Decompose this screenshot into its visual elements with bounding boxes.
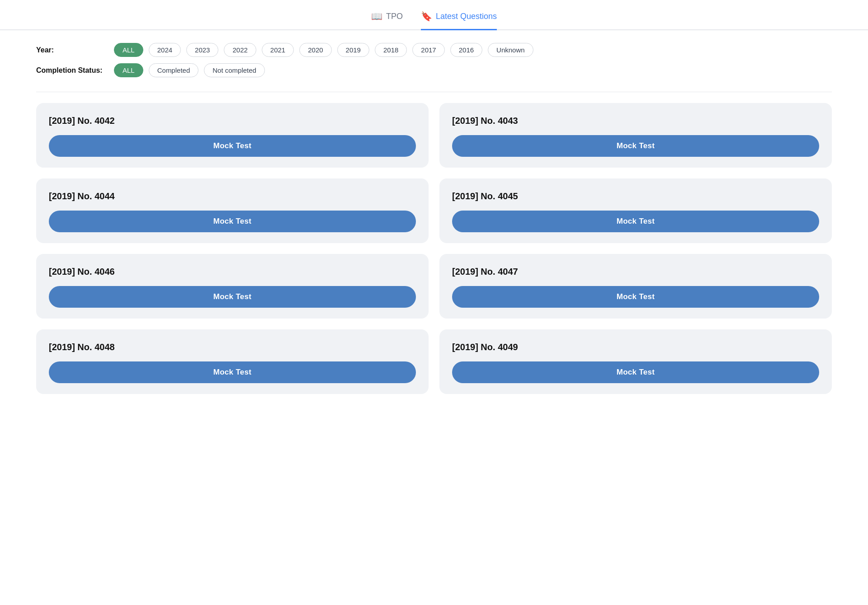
mock-test-button-4043[interactable]: Mock Test <box>452 135 819 157</box>
mock-test-button-4046[interactable]: Mock Test <box>49 286 416 308</box>
card-4044: [2019] No. 4044 Mock Test <box>36 178 429 243</box>
mock-test-button-4047[interactable]: Mock Test <box>452 286 819 308</box>
completion-pill-completed[interactable]: Completed <box>149 63 199 77</box>
card-4046-title: [2019] No. 4046 <box>49 267 416 277</box>
mock-test-button-4048[interactable]: Mock Test <box>49 361 416 383</box>
completion-pill-all[interactable]: ALL <box>114 63 143 77</box>
year-filter-row: Year: ALL 2024 2023 2022 2021 2020 2019 … <box>36 43 832 57</box>
year-pill-all[interactable]: ALL <box>114 43 143 57</box>
tab-tpo-label: TPO <box>386 12 403 21</box>
year-pill-2022[interactable]: 2022 <box>224 43 256 57</box>
completion-filter-row: Completion Status: ALL Completed Not com… <box>36 63 832 77</box>
card-4043: [2019] No. 4043 Mock Test <box>439 103 832 168</box>
card-4048-title: [2019] No. 4048 <box>49 342 416 352</box>
tab-latest-questions-label: Latest Questions <box>436 12 497 21</box>
card-4042: [2019] No. 4042 Mock Test <box>36 103 429 168</box>
year-pill-2017[interactable]: 2017 <box>412 43 444 57</box>
section-divider <box>36 92 832 92</box>
year-pill-2024[interactable]: 2024 <box>149 43 181 57</box>
card-4045: [2019] No. 4045 Mock Test <box>439 178 832 243</box>
book-icon: 📖 <box>371 11 382 22</box>
mock-test-button-4049[interactable]: Mock Test <box>452 361 819 383</box>
year-pill-2018[interactable]: 2018 <box>375 43 407 57</box>
year-filter-label: Year: <box>36 46 108 54</box>
card-4048: [2019] No. 4048 Mock Test <box>36 329 429 394</box>
mock-test-button-4042[interactable]: Mock Test <box>49 135 416 157</box>
year-pill-2020[interactable]: 2020 <box>299 43 331 57</box>
card-4049-title: [2019] No. 4049 <box>452 342 819 352</box>
card-4046: [2019] No. 4046 Mock Test <box>36 254 429 319</box>
card-4047-title: [2019] No. 4047 <box>452 267 819 277</box>
card-4044-title: [2019] No. 4044 <box>49 191 416 202</box>
card-4042-title: [2019] No. 4042 <box>49 116 416 126</box>
completion-filter-label: Completion Status: <box>36 66 108 75</box>
completion-pill-not-completed[interactable]: Not completed <box>204 63 265 77</box>
tab-latest-questions[interactable]: 🔖 Latest Questions <box>421 11 497 30</box>
year-pill-2019[interactable]: 2019 <box>337 43 369 57</box>
year-pill-unknown[interactable]: Unknown <box>488 43 533 57</box>
filters-section: Year: ALL 2024 2023 2022 2021 2020 2019 … <box>0 43 868 77</box>
cards-grid: [2019] No. 4042 Mock Test [2019] No. 404… <box>0 103 868 394</box>
mock-test-button-4044[interactable]: Mock Test <box>49 211 416 232</box>
tab-tpo[interactable]: 📖 TPO <box>371 11 403 30</box>
year-pill-2021[interactable]: 2021 <box>262 43 294 57</box>
mock-test-button-4045[interactable]: Mock Test <box>452 211 819 232</box>
year-pill-2023[interactable]: 2023 <box>186 43 218 57</box>
tabs-bar: 📖 TPO 🔖 Latest Questions <box>0 0 868 30</box>
card-4049: [2019] No. 4049 Mock Test <box>439 329 832 394</box>
year-pill-2016[interactable]: 2016 <box>450 43 482 57</box>
card-4045-title: [2019] No. 4045 <box>452 191 819 202</box>
card-4043-title: [2019] No. 4043 <box>452 116 819 126</box>
bookmark-icon: 🔖 <box>421 11 432 22</box>
card-4047: [2019] No. 4047 Mock Test <box>439 254 832 319</box>
